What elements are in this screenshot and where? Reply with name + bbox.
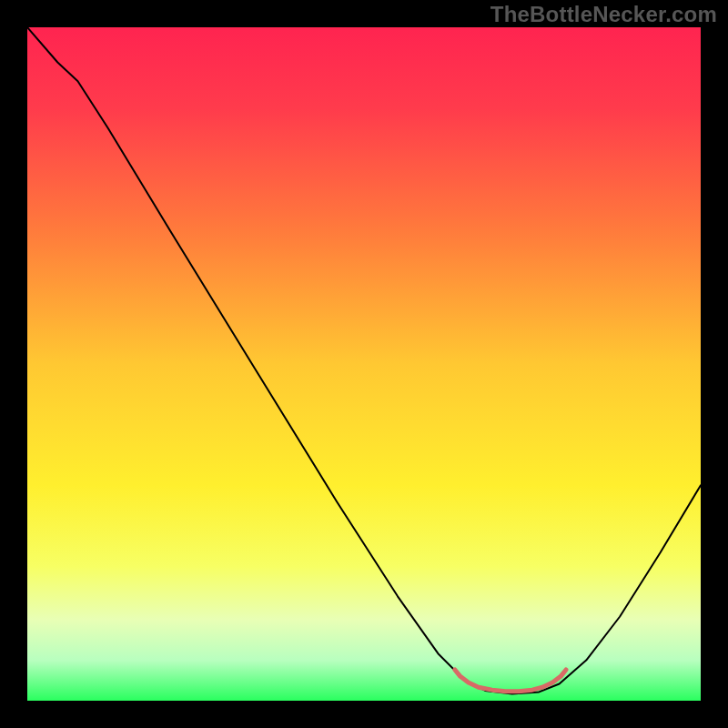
bottleneck-chart: [27, 27, 701, 701]
gradient-background: [27, 27, 701, 701]
chart-frame: TheBottleNecker.com: [0, 0, 728, 728]
watermark-text: TheBottleNecker.com: [490, 2, 717, 27]
